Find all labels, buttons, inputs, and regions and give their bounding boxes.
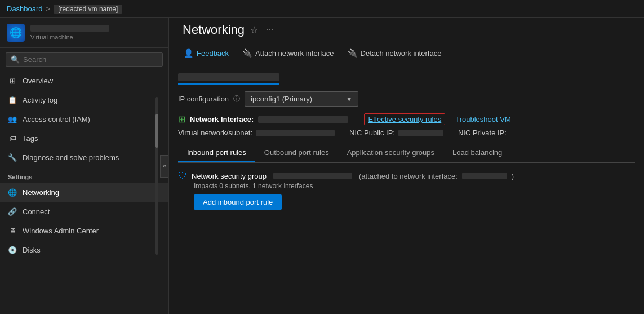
sidebar-item-windows-admin-center[interactable]: 🖥 Windows Admin Center [0, 221, 168, 240]
diagnose-icon: 🔧 [8, 153, 17, 162]
detach-ni-icon: 🔌 [348, 48, 357, 58]
attach-ni-label: Attach network interface [255, 49, 334, 58]
sidebar-item-diagnose[interactable]: 🔧 Diagnose and solve problems [0, 148, 168, 167]
ip-config-row: IP configuration ⓘ ipconfig1 (Primary) ▼ [178, 91, 635, 107]
network-interface-label: Network Interface: [190, 115, 254, 123]
troubleshoot-vm-link[interactable]: Troubleshoot VM [455, 115, 511, 123]
breadcrumb-dashboard-link[interactable]: Dashboard [7, 5, 43, 13]
nic-name-underline [178, 83, 279, 85]
nsg-attached-value-redacted [462, 173, 507, 179]
sidebar-header: 🌐 Virtual machine [0, 18, 168, 48]
settings-section-title: Settings [0, 167, 168, 183]
scroll-thumb [155, 114, 158, 148]
ip-config-dropdown[interactable]: ipconfig1 (Primary) ▼ [245, 91, 358, 107]
sidebar-item-disks-label: Disks [23, 246, 41, 254]
sidebar-item-networking-label: Networking [23, 188, 59, 197]
vnet-subnet-value-redacted [256, 130, 335, 136]
sidebar-vm-info: Virtual machine [30, 25, 109, 41]
breadcrumb-separator: > [46, 5, 51, 13]
disks-icon: 💿 [8, 245, 17, 254]
detach-network-interface-button[interactable]: 🔌 Detach network interface [342, 46, 447, 60]
access-control-icon: 👥 [8, 114, 17, 123]
sidebar-item-overview-label: Overview [23, 77, 53, 85]
sidebar-item-overview[interactable]: ⊞ Overview [0, 71, 168, 90]
network-interface-value-redacted [258, 116, 348, 123]
detach-ni-label: Detach network interface [361, 49, 442, 58]
scrollbar[interactable] [155, 97, 158, 255]
ip-config-info-icon[interactable]: ⓘ [233, 94, 240, 104]
sidebar-vm-name-redacted [30, 25, 109, 32]
activity-log-icon: 📋 [8, 95, 17, 104]
overview-icon: ⊞ [8, 76, 17, 85]
page-title: Networking [183, 23, 245, 37]
content-header: Networking ☆ ··· [169, 18, 644, 42]
networking-icon: 🌐 [8, 188, 17, 197]
sidebar-item-connect-label: Connect [23, 207, 50, 216]
effective-security-rules-link[interactable]: Effective security rules [364, 113, 445, 125]
feedback-button[interactable]: 👤 Feedback [178, 46, 234, 60]
sidebar-item-disks[interactable]: 💿 Disks [0, 240, 168, 259]
nsg-impacts: Impacts 0 subnets, 1 network interfaces [194, 182, 635, 190]
sidebar-item-activity-log-label: Activity log [23, 96, 57, 104]
tabs-row: Inbound port rules Outbound port rules A… [178, 144, 635, 163]
add-inbound-port-rule-button[interactable]: Add inbound port rule [194, 194, 282, 210]
toolbar: 👤 Feedback 🔌 Attach network interface 🔌 … [169, 42, 644, 64]
nic-private-ip-label: NIC Private IP: [458, 129, 507, 137]
sidebar: 🌐 Virtual machine 🔍 ⊞ Overview 📋 Activit… [0, 18, 169, 314]
search-icon: 🔍 [11, 55, 20, 64]
nsg-attached-text: (attached to network interface: [359, 172, 458, 180]
ip-config-value: ipconfig1 (Primary) [251, 95, 312, 103]
sidebar-item-access-control-label: Access control (IAM) [23, 115, 90, 123]
nic-public-ip-label: NIC Public IP: [349, 129, 395, 137]
content-area: Networking ☆ ··· 👤 Feedback 🔌 Attach net… [169, 18, 644, 314]
nsg-row: 🛡 Network security group (attached to ne… [178, 171, 635, 181]
feedback-icon: 👤 [184, 48, 193, 58]
sidebar-item-networking[interactable]: 🌐 Networking [0, 183, 168, 202]
search-box[interactable]: 🔍 [6, 52, 163, 67]
vnet-subnet-label: Virtual network/subnet: [178, 129, 252, 137]
connect-icon: 🔗 [8, 207, 17, 216]
attach-network-interface-button[interactable]: 🔌 Attach network interface [237, 46, 339, 60]
main-content: IP configuration ⓘ ipconfig1 (Primary) ▼… [169, 64, 644, 314]
vnet-subnet-row: Virtual network/subnet: NIC Public IP: N… [178, 129, 635, 137]
sidebar-item-activity-log[interactable]: 📋 Activity log [0, 90, 168, 109]
dropdown-arrow-icon: ▼ [346, 96, 352, 103]
favorite-icon[interactable]: ☆ [248, 24, 260, 37]
nsg-shield-icon: 🛡 [178, 171, 187, 181]
feedback-label: Feedback [197, 49, 229, 58]
breadcrumb-current: [redacted vm name] [54, 5, 122, 14]
sidebar-item-windows-admin-label: Windows Admin Center [23, 227, 99, 235]
tab-application-security-groups[interactable]: Application security groups [338, 144, 443, 162]
more-options-icon[interactable]: ··· [264, 24, 276, 36]
sidebar-item-tags[interactable]: 🏷 Tags [0, 129, 168, 148]
nic-public-ip-value-redacted [398, 130, 443, 136]
tags-icon: 🏷 [8, 134, 17, 143]
tab-inbound-port-rules[interactable]: Inbound port rules [178, 144, 255, 162]
sidebar-item-connect[interactable]: 🔗 Connect [0, 202, 168, 221]
sidebar-item-diagnose-label: Diagnose and solve problems [23, 153, 119, 162]
nic-name-redacted [178, 73, 279, 81]
nsg-attached-close: ) [512, 172, 514, 180]
ip-config-label: IP configuration [178, 95, 229, 103]
windows-admin-icon: 🖥 [8, 226, 17, 235]
network-interface-icon: ⊞ [178, 114, 185, 125]
network-interface-row: ⊞ Network Interface: Effective security … [178, 113, 635, 125]
attach-ni-icon: 🔌 [242, 48, 252, 58]
sidebar-vm-type: Virtual machine [30, 34, 109, 41]
sidebar-nav: ⊞ Overview 📋 Activity log 👥 Access contr… [0, 71, 168, 314]
breadcrumb-bar: Dashboard > [redacted vm name] [0, 0, 644, 18]
main-layout: 🌐 Virtual machine 🔍 ⊞ Overview 📋 Activit… [0, 18, 644, 314]
sidebar-item-access-control[interactable]: 👥 Access control (IAM) [0, 109, 168, 129]
tab-outbound-port-rules[interactable]: Outbound port rules [255, 144, 338, 162]
tab-load-balancing[interactable]: Load balancing [443, 144, 511, 162]
search-input[interactable] [23, 55, 158, 64]
nsg-name-value-redacted [273, 173, 352, 179]
nsg-name-prefix: Network security group [192, 172, 267, 180]
vm-icon: 🌐 [7, 24, 25, 42]
sidebar-item-tags-label: Tags [23, 134, 38, 143]
sidebar-collapse-button[interactable]: « [160, 155, 169, 178]
